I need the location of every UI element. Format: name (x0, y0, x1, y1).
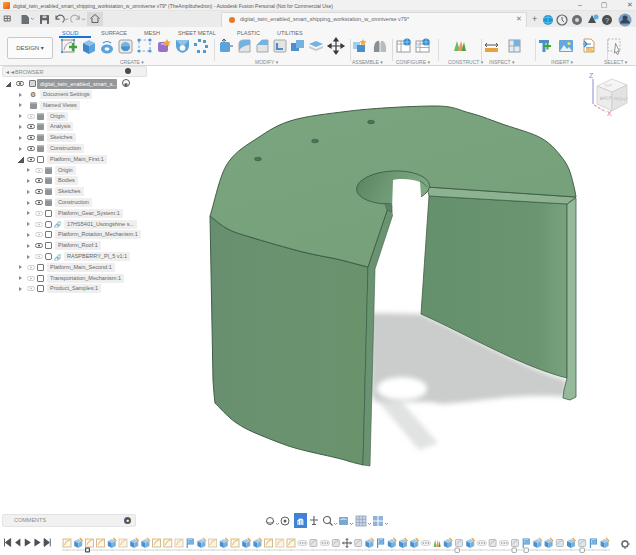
svg-text:TOP: TOP (604, 83, 612, 88)
svg-text:Z: Z (589, 72, 594, 79)
svg-text:BACK: BACK (600, 95, 613, 101)
svg-text:X: X (607, 110, 612, 117)
svg-text:RIGHT: RIGHT (614, 96, 629, 102)
